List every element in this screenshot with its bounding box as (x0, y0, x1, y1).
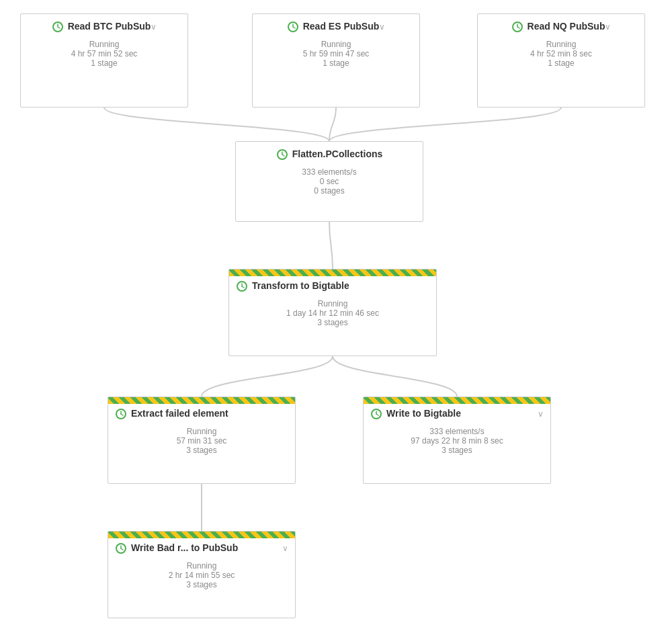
node-title-readES: Read ES PubSub (303, 21, 380, 32)
node-header-readES: Read ES PubSub ∨ (253, 14, 419, 34)
svg-line-2 (58, 27, 60, 28)
connector-readNQ-flatten (329, 108, 561, 141)
node-writeBigtable[interactable]: Write to Bigtable ∨ 333 elements/s 97 da… (363, 397, 551, 484)
node-header-readNQ: Read NQ PubSub ∨ (478, 14, 644, 34)
connector-readBTC-flatten (104, 108, 329, 141)
node-header-extract: Extract failed element (108, 404, 295, 421)
node-status-transform: Running (237, 299, 428, 308)
node-header-writeBigtable: Write to Bigtable ∨ (364, 404, 550, 421)
node-time-readBTC: 4 hr 57 min 52 sec (29, 49, 179, 58)
node-stages-extract: 3 stages (116, 446, 287, 455)
node-transform[interactable]: Transform to Bigtable Running 1 day 14 h… (228, 269, 437, 356)
node-title-readNQ: Read NQ PubSub (528, 21, 605, 32)
node-time-transform: 1 day 14 hr 12 min 46 sec (237, 308, 428, 318)
running-icon-flatten (276, 149, 288, 161)
connector-flatten-transform (329, 222, 333, 269)
chevron-readBTC[interactable]: ∨ (151, 22, 157, 32)
node-header-flatten: Flatten.PCollections (236, 142, 423, 162)
node-status-writeBigtable: 333 elements/s (372, 427, 542, 436)
node-header-readBTC: Read BTC PubSub ∨ (21, 14, 187, 34)
node-body-extract: Running 57 min 31 sec 3 stages (108, 421, 295, 462)
running-icon-writeBad (115, 542, 127, 554)
node-body-transform: Running 1 day 14 hr 12 min 46 sec 3 stag… (229, 294, 436, 334)
node-readBTC[interactable]: Read BTC PubSub ∨ Running 4 hr 57 min 52… (20, 13, 188, 108)
node-status-writeBad: Running (116, 561, 287, 571)
node-stages-writeBigtable: 3 stages (372, 446, 542, 455)
svg-line-5 (293, 27, 295, 28)
running-icon-writeBigtable (370, 408, 382, 420)
running-icon-extract (115, 408, 127, 420)
stripe-header-extract (108, 397, 295, 404)
node-status-readBTC: Running (29, 40, 179, 49)
running-icon-transform (236, 280, 248, 292)
node-body-writeBad: Running 2 hr 14 min 55 sec 3 stages (108, 556, 295, 596)
connector-transform-extract (202, 356, 333, 397)
pipeline-canvas: Read BTC PubSub ∨ Running 4 hr 57 min 52… (0, 0, 672, 625)
node-time-readES: 5 hr 59 min 47 sec (261, 49, 411, 58)
connector-transform-writeBigtable (333, 356, 457, 397)
node-time-writeBigtable: 97 days 22 hr 8 min 8 sec (372, 436, 542, 446)
node-status-readNQ: Running (486, 40, 636, 49)
node-title-extract: Extract failed element (131, 408, 228, 419)
node-title-flatten: Flatten.PCollections (292, 149, 383, 159)
svg-line-17 (121, 414, 123, 415)
node-body-readNQ: Running 4 hr 52 min 8 sec 1 stage (478, 34, 644, 75)
node-flatten[interactable]: Flatten.PCollections 333 elements/s 0 se… (235, 141, 423, 222)
chevron-readNQ[interactable]: ∨ (605, 22, 611, 32)
node-title-transform: Transform to Bigtable (252, 280, 349, 291)
running-icon-readES (287, 21, 299, 33)
node-stages-transform: 3 stages (237, 318, 428, 327)
node-time-readNQ: 4 hr 52 min 8 sec (486, 49, 636, 58)
node-body-readBTC: Running 4 hr 57 min 52 sec 1 stage (21, 34, 187, 75)
svg-line-8 (517, 27, 519, 28)
node-status-extract: Running (116, 427, 287, 436)
svg-line-20 (376, 414, 378, 415)
node-stages-writeBad: 3 stages (116, 580, 287, 589)
node-status-readES: Running (261, 40, 411, 49)
node-stages-readES: 1 stage (261, 58, 411, 68)
node-stages-flatten: 0 stages (244, 186, 415, 196)
running-icon-readBTC (52, 21, 64, 33)
node-time-extract: 57 min 31 sec (116, 436, 287, 446)
svg-line-14 (242, 286, 244, 288)
node-stages-readNQ: 1 stage (486, 58, 636, 68)
stripe-header-writeBad (108, 532, 295, 538)
stripe-header-writeBigtable (364, 397, 550, 404)
node-writeBad[interactable]: Write Bad r... to PubSub ∨ Running 2 hr … (108, 531, 296, 618)
chevron-writeBad[interactable]: ∨ (282, 544, 288, 553)
stripe-header-transform (229, 269, 436, 276)
svg-line-23 (121, 548, 123, 550)
node-time-writeBad: 2 hr 14 min 55 sec (116, 571, 287, 580)
connector-readES-flatten (329, 108, 336, 141)
node-title-readBTC: Read BTC PubSub (68, 21, 151, 32)
node-title-writeBad: Write Bad r... to PubSub (131, 542, 238, 553)
node-header-transform: Transform to Bigtable (229, 276, 436, 294)
node-body-flatten: 333 elements/s 0 sec 0 stages (236, 162, 423, 202)
running-icon-readNQ (511, 21, 523, 33)
node-status-flatten: 333 elements/s (244, 167, 415, 177)
node-readNQ[interactable]: Read NQ PubSub ∨ Running 4 hr 52 min 8 s… (477, 13, 645, 108)
node-title-writeBigtable: Write to Bigtable (386, 408, 461, 419)
chevron-writeBigtable[interactable]: ∨ (538, 409, 544, 419)
chevron-readES[interactable]: ∨ (379, 22, 385, 32)
node-readES[interactable]: Read ES PubSub ∨ Running 5 hr 59 min 47 … (252, 13, 420, 108)
node-body-writeBigtable: 333 elements/s 97 days 22 hr 8 min 8 sec… (364, 421, 550, 462)
node-body-readES: Running 5 hr 59 min 47 sec 1 stage (253, 34, 419, 75)
node-time-flatten: 0 sec (244, 177, 415, 186)
svg-line-11 (282, 155, 284, 156)
node-header-writeBad: Write Bad r... to PubSub ∨ (108, 538, 295, 556)
node-extract[interactable]: Extract failed element Running 57 min 31… (108, 397, 296, 484)
node-stages-readBTC: 1 stage (29, 58, 179, 68)
